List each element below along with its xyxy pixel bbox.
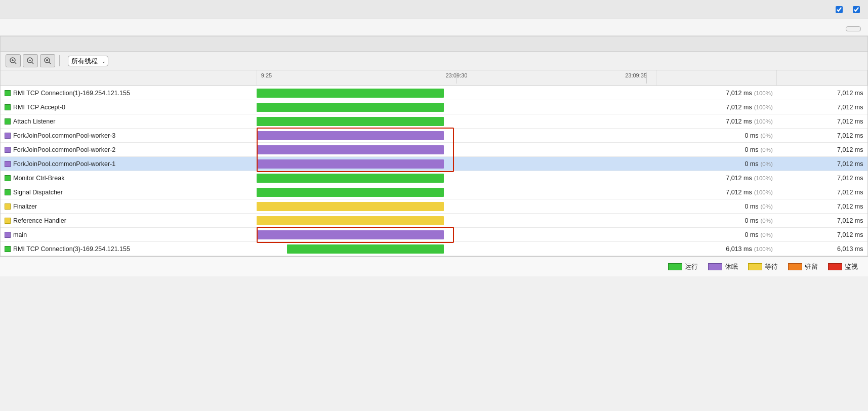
run-pct: (0%) (761, 147, 773, 153)
toolbar: 所有线程 (1, 52, 867, 70)
run-pct: (0%) (761, 232, 773, 238)
thread-name-cell: Finalizer (1, 199, 257, 214)
thread-run-cell: 0 ms(0%) (656, 214, 777, 228)
legend-color-green (668, 263, 682, 270)
thread-viz-checkbox-label[interactable] (836, 6, 845, 13)
legend-item: 休眠 (708, 262, 738, 271)
total-ms: 7,012 ms (837, 146, 863, 153)
view-select[interactable]: 所有线程 (68, 56, 108, 66)
thread-name: main (13, 231, 27, 238)
thread-run-cell: 7,012 ms(100%) (656, 86, 777, 100)
zoom-reset-button[interactable] (40, 54, 55, 67)
table-row[interactable]: Signal Dispatcher 7,012 ms(100%)7,012 ms (1, 185, 867, 199)
table-row[interactable]: Finalizer 0 ms(0%)7,012 ms (1, 199, 867, 214)
table-row[interactable]: ForkJoinPool.commonPool-worker-1 0 ms(0%… (1, 157, 867, 171)
svg-line-9 (49, 62, 51, 64)
table-row[interactable]: ForkJoinPool.commonPool-worker-2 0 ms(0%… (1, 143, 867, 157)
total-ms: 7,012 ms (837, 231, 863, 238)
thread-timeline-cell (257, 143, 656, 157)
run-ms: 7,012 ms (726, 104, 752, 111)
run-pct: (100%) (754, 246, 773, 252)
thread-name-cell: Reference Handler (1, 214, 257, 228)
svg-point-8 (46, 59, 48, 61)
zoom-in-icon (9, 57, 17, 65)
time-tick-1 (457, 72, 457, 84)
table-row[interactable]: main 0 ms(0%)7,012 ms (1, 228, 867, 242)
col-header-total (777, 70, 867, 86)
legend-label: 等待 (765, 262, 778, 271)
thread-name: RMI TCP Accept-0 (13, 104, 65, 111)
run-ms: 7,012 ms (726, 118, 752, 125)
thread-bar (287, 244, 444, 254)
table-row[interactable]: Monitor Ctrl-Break 7,012 ms(100%)7,012 m… (1, 171, 867, 185)
zoom-out-button[interactable] (23, 54, 38, 67)
thread-name: Finalizer (13, 203, 37, 210)
thread-total-cell: 7,012 ms (777, 100, 867, 114)
thread-status-icon (5, 189, 11, 195)
timeline-bar-container (257, 130, 656, 141)
col-header-timeline: 9:25 23:09:30 23:09:35 (257, 70, 656, 86)
svg-line-6 (32, 62, 33, 64)
legend-label: 休眠 (725, 262, 738, 271)
thread-bar (257, 174, 444, 183)
thread-total-cell: 7,012 ms (777, 228, 867, 242)
svg-line-3 (15, 62, 16, 64)
thread-bar (257, 188, 444, 197)
thread-name: RMI TCP Connection(3)-169.254.121.155 (13, 245, 130, 253)
thread-name: ForkJoinPool.commonPool-worker-3 (13, 132, 115, 139)
total-ms: 7,012 ms (837, 217, 863, 224)
run-pct: (100%) (754, 118, 773, 125)
run-pct: (0%) (761, 133, 773, 139)
thread-name: Reference Handler (13, 217, 66, 224)
total-ms: 7,012 ms (837, 132, 863, 139)
dump-button[interactable] (846, 26, 861, 31)
thread-bar (257, 202, 444, 211)
total-ms: 7,012 ms (837, 203, 863, 210)
thread-total-cell: 7,012 ms (777, 199, 867, 214)
timeline-bar-container (257, 173, 656, 184)
thread-status-icon (5, 232, 11, 238)
thread-status-icon (5, 118, 11, 125)
legend-label: 运行 (685, 262, 698, 271)
thread-name-cell: main (1, 228, 257, 242)
thread-run-cell: 0 ms(0%) (656, 129, 777, 143)
thread-table-body: RMI TCP Connection(1)-169.254.121.155 7,… (1, 86, 867, 256)
stats-bar (0, 19, 868, 36)
run-ms: 7,012 ms (726, 189, 752, 196)
thread-name-cell: Signal Dispatcher (1, 185, 257, 199)
zoom-in-button[interactable] (6, 54, 21, 67)
thread-total-cell: 6,013 ms (777, 242, 867, 256)
thread-timeline-cell (257, 171, 656, 185)
thread-name-cell: Attach Listener (1, 114, 257, 129)
thread-viz-checkbox[interactable] (836, 6, 843, 13)
thread-name-cell: RMI TCP Accept-0 (1, 100, 257, 114)
total-ms: 7,012 ms (837, 160, 863, 168)
thread-timeline-cell (257, 86, 656, 100)
thread-total-cell: 7,012 ms (777, 171, 867, 185)
table-row[interactable]: RMI TCP Accept-0 7,012 ms(100%)7,012 ms (1, 100, 867, 114)
run-pct: (0%) (761, 218, 773, 224)
thread-status-icon (5, 161, 11, 167)
run-pct: (100%) (754, 175, 773, 181)
timeline-section: 所有线程 9:25 23:09:30 23:09:35 (0, 36, 868, 257)
table-row[interactable]: Reference Handler 0 ms(0%)7,012 ms (1, 214, 867, 228)
time-tick-2 (646, 72, 647, 84)
thread-timeline-cell (257, 214, 656, 228)
table-row[interactable]: ForkJoinPool.commonPool-worker-3 0 ms(0%… (1, 129, 867, 143)
run-ms: 7,012 ms (726, 175, 752, 182)
table-row[interactable]: RMI TCP Connection(1)-169.254.121.155 7,… (1, 86, 867, 100)
view-select-wrapper[interactable]: 所有线程 (68, 56, 108, 66)
thread-status-icon (5, 218, 11, 224)
run-ms: 7,012 ms (726, 90, 752, 97)
thread-name-cell: ForkJoinPool.commonPool-worker-1 (1, 157, 257, 171)
threads-inspector-checkbox[interactable] (853, 6, 860, 13)
thread-status-icon (5, 133, 11, 139)
table-row[interactable]: RMI TCP Connection(3)-169.254.121.155 6,… (1, 242, 867, 256)
thread-status-icon (5, 147, 11, 153)
legend-color-red (828, 263, 842, 270)
run-pct: (100%) (754, 189, 773, 195)
legend-color-purple (708, 263, 722, 270)
total-ms: 7,012 ms (837, 189, 863, 196)
threads-inspector-checkbox-label[interactable] (853, 6, 862, 13)
table-row[interactable]: Attach Listener 7,012 ms(100%)7,012 ms (1, 114, 867, 129)
